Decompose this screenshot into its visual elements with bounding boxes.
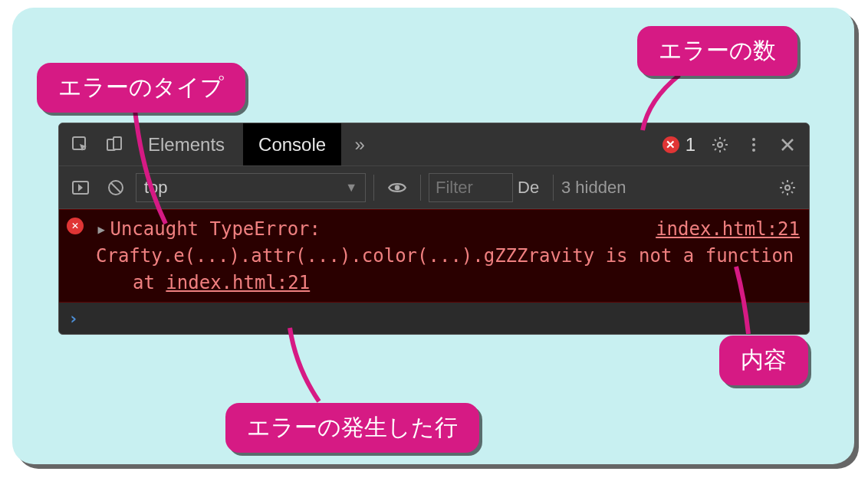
callout-error-count: エラーの数 <box>637 26 797 76</box>
callout-content: 内容 <box>719 336 808 385</box>
callout-error-line: エラーの発生した行 <box>225 403 479 453</box>
callout-error-type: エラーのタイプ <box>37 63 245 113</box>
background-panel: Elements Console » ✕ 1 <box>12 8 854 464</box>
